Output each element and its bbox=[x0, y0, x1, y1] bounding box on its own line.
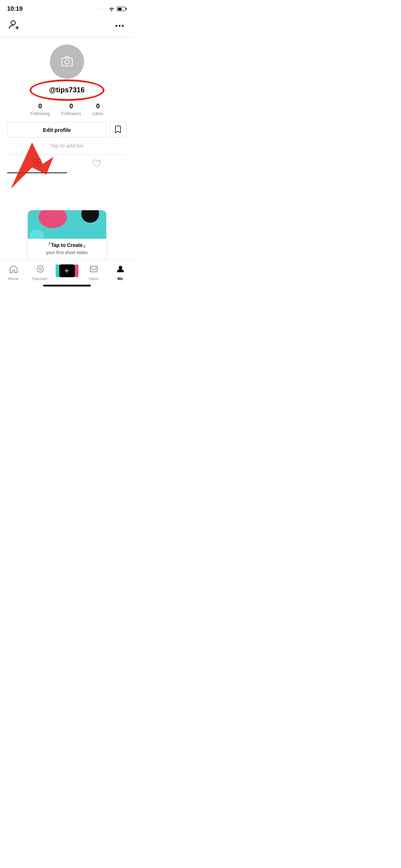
tab-liked[interactable] bbox=[67, 155, 127, 173]
following-stat[interactable]: 0 Following bbox=[30, 103, 50, 116]
add-user-icon bbox=[9, 19, 20, 32]
blob-black bbox=[81, 210, 99, 223]
create-card[interactable]: 「Tap to Create」 your first short video bbox=[28, 210, 106, 260]
home-label: Home bbox=[8, 277, 19, 281]
camera-icon bbox=[60, 54, 74, 69]
status-bar: 10:19 bbox=[0, 0, 134, 16]
nav-me[interactable]: Me bbox=[107, 263, 134, 281]
create-card-subtitle: your first short video bbox=[32, 250, 102, 255]
nav-home[interactable]: Home bbox=[0, 263, 27, 281]
create-button[interactable]: + bbox=[58, 264, 76, 277]
followers-count: 0 bbox=[70, 103, 73, 110]
plus-icon: + bbox=[65, 266, 69, 275]
wifi-icon bbox=[108, 6, 115, 11]
svg-rect-8 bbox=[34, 164, 36, 166]
edit-profile-button[interactable]: Edit profile bbox=[7, 122, 107, 138]
bio-placeholder[interactable]: Tap to add bio bbox=[50, 143, 83, 149]
avatar[interactable] bbox=[50, 45, 84, 79]
inbox-icon bbox=[89, 264, 98, 275]
discover-icon bbox=[36, 264, 45, 275]
likes-stat[interactable]: 0 Likes bbox=[93, 103, 103, 116]
likes-label: Likes bbox=[93, 111, 103, 116]
bookmark-icon bbox=[114, 125, 122, 134]
profile-tabs bbox=[7, 154, 127, 173]
svg-point-11 bbox=[37, 266, 43, 272]
svg-point-5 bbox=[70, 60, 71, 61]
nav-discover[interactable]: Discover bbox=[27, 263, 53, 281]
signal-icon bbox=[97, 8, 106, 10]
followers-stat[interactable]: 0 Followers bbox=[61, 103, 81, 116]
home-indicator bbox=[43, 285, 91, 286]
more-options-button[interactable] bbox=[112, 19, 127, 33]
me-label: Me bbox=[118, 277, 123, 281]
followers-label: Followers bbox=[61, 111, 81, 116]
svg-point-0 bbox=[11, 21, 15, 25]
me-icon bbox=[116, 264, 125, 275]
create-card-title: 「Tap to Create」 bbox=[32, 242, 102, 249]
create-card-background bbox=[28, 210, 106, 239]
tab-videos[interactable] bbox=[7, 155, 67, 173]
username: @tips7316 bbox=[41, 83, 93, 97]
svg-rect-6 bbox=[34, 159, 36, 162]
bookmark-button[interactable] bbox=[109, 122, 127, 138]
battery-icon bbox=[117, 7, 127, 11]
nav-inbox[interactable]: Inbox bbox=[80, 263, 107, 281]
svg-rect-9 bbox=[38, 164, 41, 166]
following-label: Following bbox=[30, 111, 50, 116]
nav-create[interactable]: + bbox=[53, 263, 80, 277]
svg-point-12 bbox=[39, 268, 41, 270]
svg-point-4 bbox=[65, 60, 69, 64]
svg-rect-3 bbox=[62, 58, 72, 66]
status-time: 10:19 bbox=[7, 5, 22, 12]
status-icons bbox=[97, 6, 127, 11]
following-count: 0 bbox=[38, 103, 42, 110]
profile-buttons-row: Edit profile bbox=[7, 122, 127, 138]
discover-label: Discover bbox=[32, 277, 48, 281]
likes-count: 0 bbox=[96, 103, 100, 110]
create-card-text: 「Tap to Create」 your first short video bbox=[28, 239, 106, 260]
svg-rect-13 bbox=[90, 266, 97, 272]
svg-rect-7 bbox=[38, 159, 41, 162]
heart-liked-icon bbox=[92, 159, 101, 168]
blob-pink bbox=[38, 210, 67, 228]
blob-cyan bbox=[30, 230, 44, 239]
stats-row: 0 Following 0 Followers 0 Likes bbox=[30, 103, 103, 116]
grid-icon bbox=[33, 159, 41, 168]
username-container: @tips7316 bbox=[41, 83, 93, 97]
add-user-button[interactable] bbox=[7, 19, 21, 33]
more-dots-icon bbox=[115, 25, 124, 27]
inbox-label: Inbox bbox=[89, 277, 98, 281]
profile-section: @tips7316 0 Following 0 Followers 0 Like… bbox=[0, 37, 134, 173]
svg-point-14 bbox=[119, 266, 122, 269]
home-icon bbox=[9, 264, 18, 275]
profile-header bbox=[0, 16, 134, 37]
